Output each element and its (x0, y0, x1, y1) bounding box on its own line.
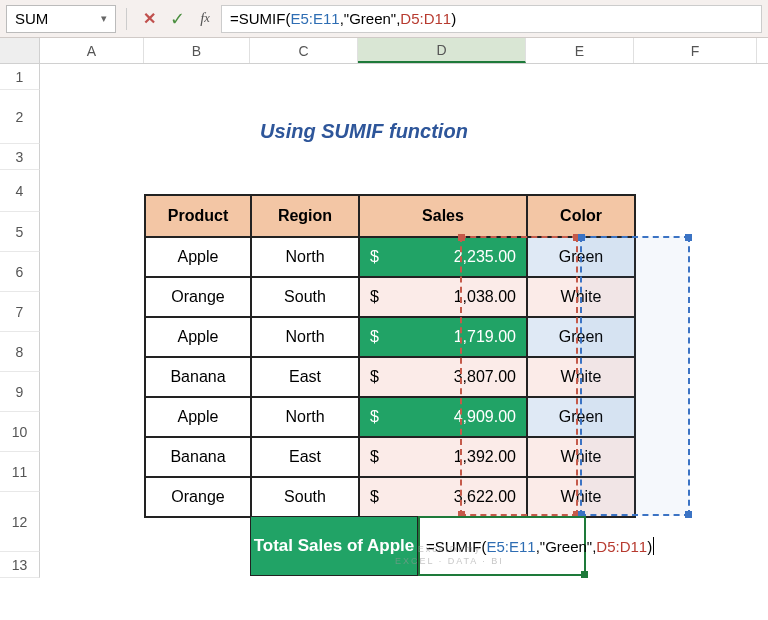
cell-color[interactable]: Green (527, 237, 635, 277)
cell-sales[interactable]: $1,392.00 (359, 437, 527, 477)
cell-area[interactable]: Using SUMIF function ProductRegionSalesC… (40, 64, 768, 578)
cancel-icon[interactable]: ✕ (137, 7, 161, 31)
cell-product[interactable]: Banana (145, 437, 251, 477)
table-row: AppleNorth$4,909.00Green (145, 397, 635, 437)
divider (126, 8, 127, 30)
table-header-color[interactable]: Color (527, 195, 635, 237)
active-cell-formula: =SUMIF(E5:E11,"Green",D5:D11) (426, 538, 652, 555)
table-row: AppleNorth$1,719.00Green (145, 317, 635, 357)
cell-color[interactable]: Green (527, 397, 635, 437)
cell-product[interactable]: Apple (145, 237, 251, 277)
cell-region[interactable]: North (251, 317, 359, 357)
cell-region[interactable]: East (251, 357, 359, 397)
cell-color[interactable]: Green (527, 317, 635, 357)
cell-region[interactable]: East (251, 437, 359, 477)
table-header-sales[interactable]: Sales (359, 195, 527, 237)
row-header-10[interactable]: 10 (0, 412, 40, 452)
column-header-F[interactable]: F (634, 38, 757, 63)
formula-bar: SUM ▾ ✕ ✓ fx =SUMIF(E5:E11,"Green",D5:D1… (0, 0, 768, 38)
row-header-7[interactable]: 7 (0, 292, 40, 332)
formula-input[interactable]: =SUMIF(E5:E11,"Green",D5:D11) (221, 5, 762, 33)
cell-color[interactable]: White (527, 477, 635, 517)
cell-sales[interactable]: $3,622.00 (359, 477, 527, 517)
cell-product[interactable]: Orange (145, 477, 251, 517)
column-header-B[interactable]: B (144, 38, 250, 63)
column-headers: ABCDEF (0, 38, 768, 64)
cell-sales[interactable]: $1,719.00 (359, 317, 527, 357)
cell-sales[interactable]: $4,909.00 (359, 397, 527, 437)
cell-region[interactable]: North (251, 237, 359, 277)
table-row: OrangeSouth$3,622.00White (145, 477, 635, 517)
row-header-13[interactable]: 13 (0, 552, 40, 578)
spreadsheet-grid: ABCDEF 12345678910111213 Using SUMIF fun… (0, 38, 768, 620)
row-header-8[interactable]: 8 (0, 332, 40, 372)
cell-product[interactable]: Orange (145, 277, 251, 317)
cell-sales[interactable]: $3,807.00 (359, 357, 527, 397)
chevron-down-icon[interactable]: ▾ (101, 12, 107, 25)
table-row: OrangeSouth$1,038.00White (145, 277, 635, 317)
cell-region[interactable]: South (251, 477, 359, 517)
table-header-product[interactable]: Product (145, 195, 251, 237)
row-header-12[interactable]: 12 (0, 492, 40, 552)
cell-product[interactable]: Banana (145, 357, 251, 397)
row-header-3[interactable]: 3 (0, 144, 40, 170)
row-header-2[interactable]: 2 (0, 90, 40, 144)
row-header-9[interactable]: 9 (0, 372, 40, 412)
row-header-4[interactable]: 4 (0, 170, 40, 212)
cell-product[interactable]: Apple (145, 317, 251, 357)
table-row: BananaEast$1,392.00White (145, 437, 635, 477)
row-header-11[interactable]: 11 (0, 452, 40, 492)
row-headers: 12345678910111213 (0, 64, 40, 578)
column-header-C[interactable]: C (250, 38, 358, 63)
cell-product[interactable]: Apple (145, 397, 251, 437)
formula-text: =SUMIF(E5:E11,"Green",D5:D11) (230, 10, 456, 27)
table-row: BananaEast$3,807.00White (145, 357, 635, 397)
column-header-E[interactable]: E (526, 38, 634, 63)
cell-color[interactable]: White (527, 437, 635, 477)
select-all-corner[interactable] (0, 38, 40, 63)
name-box-value: SUM (15, 10, 48, 27)
total-sales-label: Total Sales of Apple (250, 516, 418, 576)
column-header-A[interactable]: A (40, 38, 144, 63)
active-cell[interactable]: =SUMIF(E5:E11,"Green",D5:D11) (418, 516, 586, 576)
column-header-D[interactable]: D (358, 38, 526, 63)
table-row: AppleNorth$2,235.00Green (145, 237, 635, 277)
fx-icon[interactable]: fx (193, 7, 217, 31)
table-header-region[interactable]: Region (251, 195, 359, 237)
data-table: ProductRegionSalesColor AppleNorth$2,235… (144, 194, 636, 518)
cell-color[interactable]: White (527, 277, 635, 317)
row-header-5[interactable]: 5 (0, 212, 40, 252)
cell-region[interactable]: North (251, 397, 359, 437)
cell-region[interactable]: South (251, 277, 359, 317)
fill-handle[interactable] (581, 571, 588, 578)
name-box[interactable]: SUM ▾ (6, 5, 116, 33)
cell-color[interactable]: White (527, 357, 635, 397)
confirm-icon[interactable]: ✓ (165, 7, 189, 31)
cell-sales[interactable]: $2,235.00 (359, 237, 527, 277)
cell-sales[interactable]: $1,038.00 (359, 277, 527, 317)
sheet-title: Using SUMIF function (40, 120, 688, 143)
row-header-6[interactable]: 6 (0, 252, 40, 292)
row-header-1[interactable]: 1 (0, 64, 40, 90)
